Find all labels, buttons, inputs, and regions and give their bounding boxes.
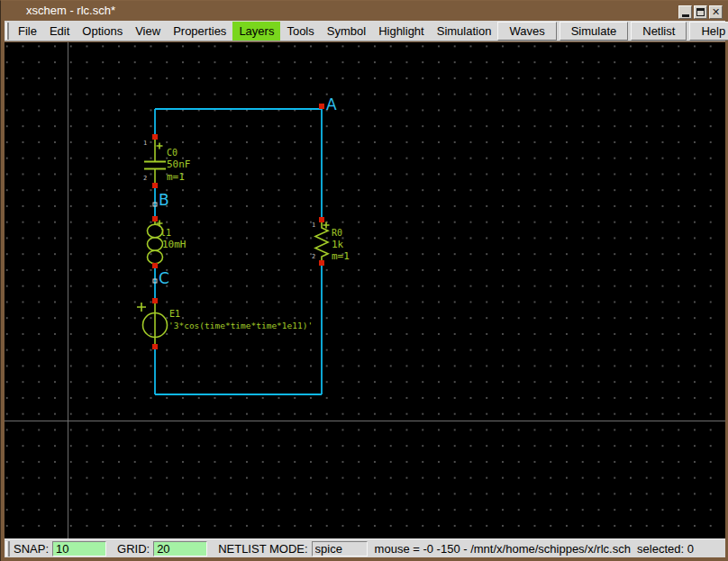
menu-item-options[interactable]: Options (76, 22, 129, 41)
menu-item-edit[interactable]: Edit (43, 22, 76, 41)
minimize-button[interactable] (678, 5, 692, 19)
xschem-window: xschem - rlc.sch* ✕ File Edit Options Vi… (0, 0, 728, 561)
pin-marker (152, 263, 158, 268)
inductor-ref[interactable]: l1 (160, 228, 171, 238)
pin-marker (319, 217, 324, 222)
pin-marker (152, 298, 158, 303)
menu-item-layers[interactable]: Layers (232, 22, 280, 41)
resistor-ref[interactable]: R0 (332, 228, 342, 238)
help-button[interactable]: Help (689, 22, 728, 41)
pin-marker (152, 134, 158, 140)
resistor-mult[interactable]: m=1 (332, 251, 350, 262)
schematic-canvas[interactable]: A B C C0 50nF m=1 1 2 l1 10mH R0 1k m=1 … (5, 42, 725, 538)
pin-marker (152, 216, 158, 222)
maximize-icon (696, 8, 705, 16)
plus-polarity-icon (323, 222, 330, 229)
snap-input[interactable] (52, 541, 106, 556)
menu-item-simulation[interactable]: Simulation (431, 22, 498, 41)
grid-label: GRID: (117, 542, 150, 556)
window-title: xschem - rlc.sch* (26, 1, 115, 21)
resistor-symbol[interactable] (315, 222, 330, 261)
menu-item-file[interactable]: File (12, 22, 43, 41)
schematic-drawing (5, 42, 725, 538)
pin-marker (152, 344, 158, 349)
resistor-pin2-number: 2 (312, 254, 315, 260)
wires[interactable] (155, 109, 322, 394)
source-value[interactable]: '3*cos(time*time*time*1e11)' (168, 321, 313, 330)
capacitor-symbol[interactable] (144, 137, 166, 183)
menu-item-highlight[interactable]: Highlight (372, 22, 431, 41)
statusbar-grip-handle[interactable] (5, 541, 10, 556)
snap-label: SNAP: (14, 542, 49, 556)
minimize-icon (682, 14, 689, 17)
simulate-button[interactable]: Simulate (560, 22, 629, 41)
capacitor-ref[interactable]: C0 (167, 148, 177, 158)
netlist-button[interactable]: Netlist (631, 22, 687, 41)
inductor-symbol[interactable] (148, 219, 163, 266)
plus-polarity-icon (137, 303, 146, 312)
menubar: File Edit Options View Properties Layers… (5, 21, 725, 41)
pin-marker (319, 260, 324, 266)
node-label-c[interactable]: C (159, 271, 169, 286)
menu-item-view[interactable]: View (129, 22, 167, 41)
titlebar[interactable]: xschem - rlc.sch* ✕ (1, 1, 728, 21)
pin-marker (152, 183, 158, 188)
resistor-pin1-number: 1 (312, 222, 315, 229)
maximize-button[interactable] (694, 5, 707, 19)
statusbar: SNAP: GRID: NETLIST MODE: mouse = -0 -15… (5, 538, 725, 557)
grid-input[interactable] (153, 541, 207, 556)
node-label-a[interactable]: A (326, 97, 337, 113)
netlist-mode-input[interactable] (312, 541, 368, 556)
resistor-value[interactable]: 1k (332, 240, 343, 250)
menu-item-tools[interactable]: Tools (280, 22, 320, 41)
waves-button[interactable]: Waves (497, 22, 556, 41)
capacitor-value[interactable]: 50nF (167, 159, 191, 170)
capacitor-mult[interactable]: m=1 (167, 172, 185, 183)
plus-polarity-icon (157, 143, 163, 149)
capacitor-pin2-number: 2 (143, 176, 147, 182)
menubar-buttons: Waves Simulate Netlist Help (497, 21, 728, 41)
close-icon: ✕ (712, 7, 720, 17)
menubar-grip-handle[interactable] (5, 23, 9, 40)
source-ref[interactable]: E1 (169, 309, 180, 319)
pin-marker (319, 104, 324, 109)
menu-item-properties[interactable]: Properties (167, 22, 232, 41)
netlist-mode-label: NETLIST MODE: (218, 542, 307, 556)
inductor-value[interactable]: 10mH (162, 240, 187, 250)
close-button[interactable]: ✕ (709, 5, 723, 19)
menu-item-symbol[interactable]: Symbol (321, 22, 372, 41)
mouse-info: mouse = -0 -150 - /mnt/x/home/schippes/x… (375, 542, 694, 556)
capacitor-pin1-number: 1 (143, 140, 147, 147)
voltage-source-symbol[interactable] (137, 303, 168, 345)
node-label-b[interactable]: B (159, 193, 169, 208)
